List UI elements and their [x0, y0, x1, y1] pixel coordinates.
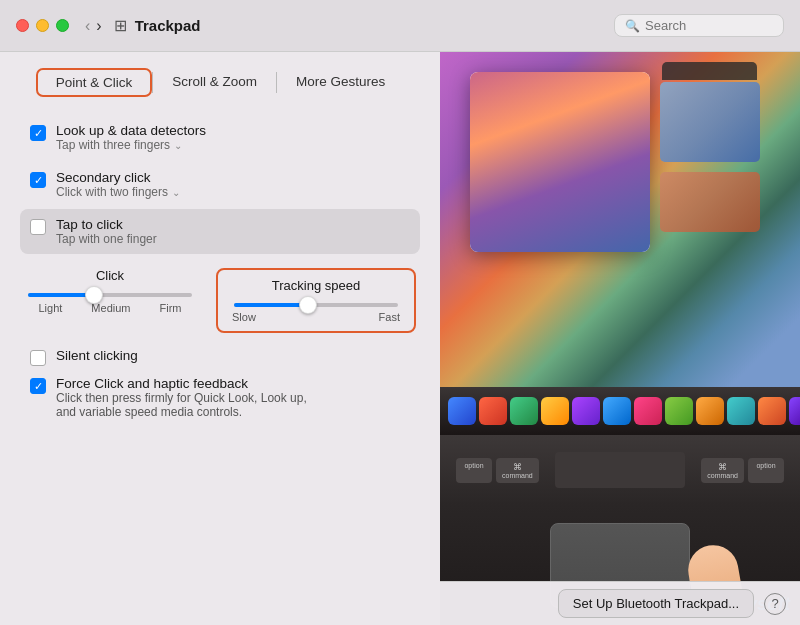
- force-click-sublabel2: and variable speed media controls.: [56, 405, 307, 419]
- checkbox-lookup[interactable]: ✓: [30, 125, 46, 141]
- key-command-left: ⌘command: [496, 458, 539, 483]
- dock-icon-5: [572, 397, 600, 425]
- dock-icon-12: [789, 397, 800, 425]
- click-slider-marks: Light Medium Firm: [24, 302, 196, 314]
- option-lookup[interactable]: ✓ Look up & data detectors Tap with thre…: [20, 115, 420, 160]
- option-force-click[interactable]: ✓ Force Click and haptic feedback Click …: [20, 371, 420, 424]
- dock-icon-3: [510, 397, 538, 425]
- tracking-speed-label: Tracking speed: [230, 278, 402, 293]
- forward-arrow-icon[interactable]: ›: [96, 17, 101, 35]
- window-title: Trackpad: [135, 17, 201, 34]
- close-button[interactable]: [16, 19, 29, 32]
- keyboard-area: option ⌘command ⌘command option: [440, 435, 800, 505]
- tab-point-click[interactable]: Point & Click: [36, 68, 153, 97]
- trackpad-image: option ⌘command ⌘command option: [440, 52, 800, 625]
- force-click-label: Force Click and haptic feedback: [56, 376, 307, 391]
- dock-icon-9: [696, 397, 724, 425]
- screenshot-thumb-1: [660, 82, 760, 162]
- tracking-speed-minmax: Slow Fast: [230, 311, 402, 323]
- dock-icon-2: [479, 397, 507, 425]
- tab-more-gestures[interactable]: More Gestures: [277, 68, 404, 97]
- options-list: ✓ Look up & data detectors Tap with thre…: [20, 115, 420, 254]
- key-command-right: ⌘command: [701, 458, 744, 483]
- bluetooth-setup-button[interactable]: Set Up Bluetooth Trackpad...: [558, 589, 754, 618]
- spacebar: [555, 452, 686, 488]
- search-icon: 🔍: [625, 19, 640, 33]
- force-click-text: Force Click and haptic feedback Click th…: [56, 376, 307, 419]
- click-slider-label: Click: [24, 268, 196, 283]
- option-silent-clicking[interactable]: Silent clicking: [20, 343, 420, 371]
- screenshot-window: [470, 72, 650, 252]
- option-secondary-click-label: Secondary click: [56, 170, 180, 185]
- option-tap-to-click-label: Tap to click: [56, 217, 157, 232]
- tracking-speed-slider-track[interactable]: [234, 303, 398, 307]
- tracking-speed-slider-thumb[interactable]: [299, 296, 317, 314]
- option-secondary-click[interactable]: ✓ Secondary click Click with two fingers…: [20, 162, 420, 207]
- traffic-lights: [16, 19, 69, 32]
- back-arrow-icon[interactable]: ‹: [85, 17, 90, 35]
- checkbox-secondary-click[interactable]: ✓: [30, 172, 46, 188]
- tracking-speed-max: Fast: [379, 311, 400, 323]
- option-tap-to-click-sublabel: Tap with one finger: [56, 232, 157, 246]
- title-bar: ‹ › ⊞ Trackpad 🔍: [0, 0, 800, 52]
- bottom-bar: Set Up Bluetooth Trackpad... ?: [440, 581, 800, 625]
- help-button[interactable]: ?: [764, 593, 786, 615]
- checkbox-force-click[interactable]: ✓: [30, 378, 46, 394]
- search-bar[interactable]: 🔍: [614, 14, 784, 37]
- dock-icon-6: [603, 397, 631, 425]
- app-grid-icon[interactable]: ⊞: [114, 16, 127, 35]
- option-secondary-click-text: Secondary click Click with two fingers ⌄: [56, 170, 180, 199]
- tracking-speed-slider-group: Tracking speed Slow Fast: [216, 268, 416, 333]
- left-panel: Point & Click Scroll & Zoom More Gesture…: [0, 52, 440, 625]
- sublabel-arrow-icon: ⌄: [174, 140, 182, 151]
- screenshot-inner: [470, 72, 650, 252]
- force-click-sublabel: Click then press firmly for Quick Look, …: [56, 391, 307, 405]
- checkbox-silent-clicking[interactable]: [30, 350, 46, 366]
- key-group-left: option ⌘command: [456, 458, 539, 483]
- key-group-right: ⌘command option: [701, 458, 784, 483]
- dock-icon-7: [634, 397, 662, 425]
- key-option-left: option: [456, 458, 492, 483]
- click-slider-thumb[interactable]: [85, 286, 103, 304]
- option-lookup-text: Look up & data detectors Tap with three …: [56, 123, 206, 152]
- screenshot-titlebar: [662, 62, 757, 80]
- checkbox-tap-to-click[interactable]: [30, 219, 46, 235]
- minimize-button[interactable]: [36, 19, 49, 32]
- tracking-speed-slider-fill: [234, 303, 308, 307]
- click-slider-group: Click Light Medium Firm: [24, 268, 196, 333]
- tabs: Point & Click Scroll & Zoom More Gesture…: [20, 68, 420, 97]
- screenshot-thumb-2: [660, 172, 760, 232]
- nav-arrows: ‹ ›: [85, 17, 102, 35]
- dock-bar: [440, 387, 800, 435]
- tracking-speed-min: Slow: [232, 311, 256, 323]
- dock-icon-1: [448, 397, 476, 425]
- fullscreen-button[interactable]: [56, 19, 69, 32]
- sublabel-arrow-2-icon: ⌄: [172, 187, 180, 198]
- right-panel: option ⌘command ⌘command option iBoysoft…: [440, 52, 800, 625]
- screenshot-area: [440, 52, 800, 387]
- click-slider-track[interactable]: [28, 293, 192, 297]
- dock-icon-4: [541, 397, 569, 425]
- option-tap-to-click[interactable]: Tap to click Tap with one finger: [20, 209, 420, 254]
- key-option-right: option: [748, 458, 784, 483]
- bottom-options: Silent clicking ✓ Force Click and haptic…: [20, 343, 420, 424]
- option-secondary-click-sublabel: Click with two fingers ⌄: [56, 185, 180, 199]
- dock-icon-8: [665, 397, 693, 425]
- option-lookup-sublabel: Tap with three fingers ⌄: [56, 138, 206, 152]
- option-tap-to-click-text: Tap to click Tap with one finger: [56, 217, 157, 246]
- option-lookup-label: Look up & data detectors: [56, 123, 206, 138]
- dock-icon-10: [727, 397, 755, 425]
- sliders-section: Click Light Medium Firm Tracking speed: [20, 268, 420, 333]
- main-content: Point & Click Scroll & Zoom More Gesture…: [0, 52, 800, 625]
- silent-clicking-label: Silent clicking: [56, 348, 138, 363]
- search-input[interactable]: [645, 18, 773, 33]
- tab-scroll-zoom[interactable]: Scroll & Zoom: [153, 68, 276, 97]
- dock-icon-11: [758, 397, 786, 425]
